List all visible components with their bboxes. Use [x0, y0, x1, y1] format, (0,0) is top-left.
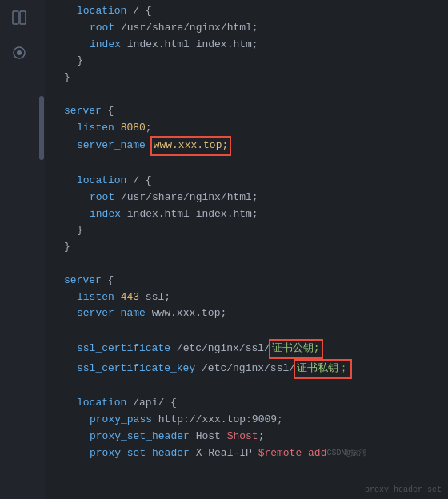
line-22: ssl_certificate_key /etc/nginx/ssl/证书私钥；	[51, 359, 448, 379]
watermark-inline: CSDN@振河	[326, 447, 366, 460]
scrollbar[interactable]	[38, 0, 45, 499]
line-25: proxy_pass http://xxx.top:9009;	[51, 412, 448, 429]
line-5: }	[51, 70, 448, 86]
line-9: server_name www.xxx.top;	[51, 136, 448, 156]
code-editor: location / { root /usr/share/nginx/html;…	[45, 0, 448, 499]
svg-point-3	[17, 50, 22, 55]
line-15: }	[51, 239, 448, 256]
line-21: ssl_certificate /etc/nginx/ssl/证书公钥;	[51, 339, 448, 359]
svg-rect-1	[20, 11, 26, 24]
line-10	[51, 156, 448, 173]
line-26: proxy_set_header Host $host;	[51, 429, 448, 445]
line-14: }	[51, 222, 448, 239]
line-2: root /usr/share/nginx/html;	[51, 20, 448, 37]
line-27: proxy_set_header X-Real-IP $remote_addCS…	[51, 445, 448, 462]
line-8: listen 8080;	[51, 120, 448, 137]
line-17: server {	[51, 273, 448, 289]
line-23	[51, 379, 448, 396]
line-1: location / {	[51, 3, 448, 20]
line-20	[51, 322, 448, 339]
line-18: listen 443 ssl;	[51, 289, 448, 306]
svg-rect-0	[13, 11, 18, 24]
line-19: server_name www.xxx.top;	[51, 305, 448, 322]
line-13: index index.html index.htm;	[51, 206, 448, 223]
split-editor-icon[interactable]	[8, 6, 30, 29]
line-7: server {	[51, 103, 448, 120]
line-24: location /api/ {	[51, 395, 448, 412]
line-16	[51, 256, 448, 273]
line-12: root /usr/share/nginx/html;	[51, 190, 448, 206]
sidebar	[0, 0, 38, 499]
scroll-thumb[interactable]	[39, 96, 44, 160]
code-content: location / { root /usr/share/nginx/html;…	[51, 0, 448, 465]
line-3: index index.html index.htm;	[51, 37, 448, 54]
line-11: location / {	[51, 173, 448, 190]
line-6	[51, 86, 448, 103]
line-4: }	[51, 53, 448, 70]
status-bar-text: proxy header set	[365, 485, 442, 494]
preview-icon[interactable]	[8, 42, 30, 64]
